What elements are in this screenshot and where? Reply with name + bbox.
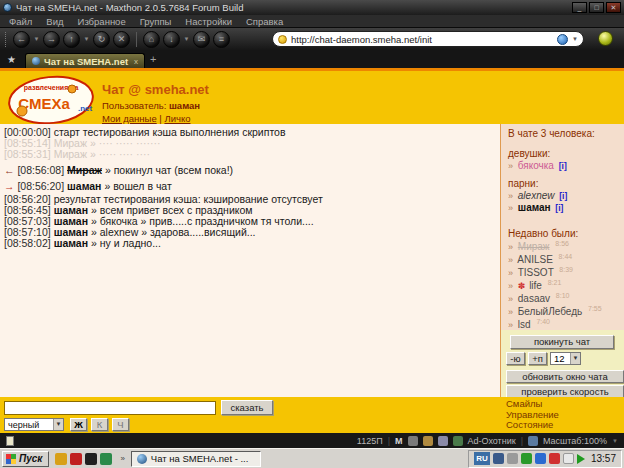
menu-item-file[interactable]: Файл (9, 16, 32, 27)
italic-button[interactable]: К (91, 418, 108, 431)
join-arrow-icon: → (4, 181, 15, 192)
menu-item-view[interactable]: Вид (46, 16, 63, 27)
proxy-icon[interactable] (408, 436, 418, 446)
user-info-link[interactable]: [i] (559, 191, 567, 201)
font-minus-button[interactable]: -ю (506, 352, 525, 365)
taskbar-clock[interactable]: 13:57 (591, 453, 616, 464)
maximize-button[interactable]: □ (589, 2, 604, 13)
taskbar-task-button[interactable]: Чат на SMEHA.net - ... (131, 451, 261, 467)
quicklaunch-icq-icon[interactable] (100, 453, 112, 465)
maxthon-mode-indicator[interactable]: M (395, 436, 403, 446)
user-name[interactable]: БелыйЛебедь (518, 306, 582, 317)
user-name[interactable]: ANILSE (517, 254, 553, 265)
smeha-logo[interactable]: развлечения на СМЕХа .net (6, 73, 96, 125)
say-button[interactable]: сказать (221, 400, 273, 415)
sound-icon[interactable] (438, 436, 448, 446)
recent-user-item[interactable]: » TISSOT 8:39 (508, 266, 624, 278)
language-indicator[interactable]: RU (474, 452, 490, 465)
user-name[interactable]: бякочка (518, 160, 554, 171)
address-go-icon[interactable] (557, 34, 568, 45)
my-data-link[interactable]: Мои данные (102, 113, 157, 124)
bold-button[interactable]: Ж (70, 418, 87, 431)
menu-item-groups[interactable]: Группы (140, 16, 172, 27)
tools-button[interactable]: ≡ (213, 31, 230, 48)
windows-flag-icon (6, 454, 16, 464)
tab-close-icon[interactable]: x (134, 57, 138, 66)
download-button[interactable]: ↓ (163, 31, 180, 48)
network-icon[interactable] (493, 453, 504, 464)
recent-user-item[interactable]: » ANILSE 8:44 (508, 253, 624, 265)
chevron-more-icon[interactable]: » (120, 454, 124, 463)
color-select[interactable]: черный ▼ (4, 418, 64, 431)
system-tray: RU 13:57 (468, 450, 622, 468)
back-button[interactable]: ← (13, 31, 30, 48)
minimize-button[interactable]: _ (572, 2, 587, 13)
zoom-level[interactable]: Масштаб:100% (543, 436, 607, 446)
menu-item-help[interactable]: Справка (246, 16, 283, 27)
user-name[interactable]: life (529, 280, 542, 291)
quicklaunch-app-icon[interactable] (85, 453, 97, 465)
menu-item-settings[interactable]: Настройки (185, 16, 232, 27)
user-name[interactable]: TISSOT (518, 267, 554, 278)
forward-button[interactable]: → (43, 31, 60, 48)
images-icon[interactable] (423, 436, 433, 446)
navigation-toolbar: ← ▼ → ↑ ▼ ↻ ✕ ⌂ ↓ ▼ ✉ ≡ ▼ (0, 28, 624, 50)
font-plus-button[interactable]: +п (528, 352, 547, 365)
nav-dropdown-icon[interactable]: ▼ (83, 36, 90, 42)
user-name[interactable]: lsd (518, 319, 531, 330)
recent-user-item[interactable]: » dasaav 8:10 (508, 292, 624, 304)
message-input[interactable] (4, 401, 216, 415)
mail-button[interactable]: ✉ (193, 31, 210, 48)
menu-item-favorites[interactable]: Избранное (78, 16, 126, 27)
recent-user-item[interactable]: » lsd 7:40 (508, 318, 624, 330)
refresh-chat-button[interactable]: обновить окно чата (506, 370, 624, 383)
leave-chat-button[interactable]: покинуть чат (510, 335, 614, 349)
recent-user-item[interactable]: » ✽ life 8:21 (508, 279, 624, 291)
user-name[interactable]: dasaav (518, 293, 550, 304)
user-item[interactable]: » alexnew [i] (508, 190, 624, 201)
address-input[interactable] (291, 34, 553, 45)
user-item[interactable]: » бякочка [i] (508, 160, 624, 171)
go-button[interactable] (598, 31, 613, 46)
user-name[interactable]: alexnew (518, 190, 555, 201)
quicklaunch-winamp-icon[interactable] (70, 453, 82, 465)
quicklaunch-lightning-icon[interactable] (55, 453, 67, 465)
play-status-icon[interactable] (577, 454, 585, 464)
scheduler-icon[interactable] (563, 453, 574, 464)
user-name[interactable]: Мираж (518, 241, 550, 252)
tab-chat-smeha[interactable]: Чат на SMEHA.net x (25, 53, 145, 68)
stop-button[interactable]: ✕ (113, 31, 130, 48)
close-button[interactable]: ✕ (606, 2, 621, 13)
underline-button[interactable]: Ч (112, 418, 129, 431)
chevron-down-icon[interactable]: ▼ (570, 353, 580, 364)
zoom-dropdown-icon[interactable]: ▼ (612, 438, 618, 444)
recent-user-item[interactable]: » БелыйЛебедь 7:55 (508, 305, 624, 317)
back-dropdown-icon[interactable]: ▼ (33, 36, 40, 42)
download-dropdown-icon[interactable]: ▼ (183, 36, 190, 42)
chevron-down-icon[interactable]: ▼ (53, 419, 63, 430)
state-link[interactable]: Состояние (506, 420, 559, 431)
address-dropdown-icon[interactable]: ▼ (572, 36, 578, 42)
start-button[interactable]: Пуск (2, 451, 49, 467)
chat-log[interactable]: [00:00:00] старт тестирования кэша выпол… (0, 124, 500, 397)
update-icon[interactable] (549, 453, 560, 464)
private-messages-link[interactable]: Личко (164, 113, 190, 124)
adhunter-icon[interactable] (453, 436, 463, 446)
recent-user-item[interactable]: » Мираж 8:56 (508, 240, 624, 252)
favorites-star-icon[interactable]: ★ (7, 54, 16, 65)
up-button[interactable]: ↑ (63, 31, 80, 48)
messenger-icon[interactable] (535, 453, 546, 464)
refresh-button[interactable]: ↻ (93, 31, 110, 48)
user-info-link[interactable]: [i] (559, 161, 567, 171)
user-item[interactable]: » шаман [i] (508, 202, 624, 213)
antivirus-icon[interactable] (521, 453, 532, 464)
nickname: шаман (54, 216, 88, 227)
user-name[interactable]: шаман (518, 202, 551, 213)
home-button[interactable]: ⌂ (143, 31, 160, 48)
font-size-select[interactable]: 12 ▼ (550, 352, 581, 365)
new-tab-button[interactable]: + (150, 53, 156, 65)
adhunter-label[interactable]: Ad-Охотник (468, 436, 516, 446)
volume-icon[interactable] (507, 453, 518, 464)
smiles-link[interactable]: Смайлы (506, 399, 559, 410)
user-info-link[interactable]: [i] (555, 203, 563, 213)
